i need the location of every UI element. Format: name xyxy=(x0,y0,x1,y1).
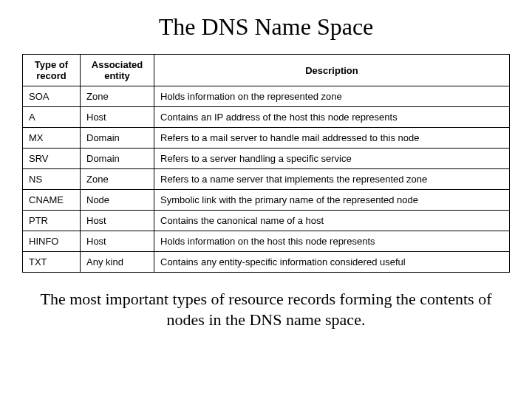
col-header-type: Type of record xyxy=(23,55,81,86)
table-header-row: Type of record Associated entity Descrip… xyxy=(23,55,510,86)
cell-entity: Any kind xyxy=(81,252,154,273)
cell-entity: Host xyxy=(81,231,154,252)
cell-entity: Domain xyxy=(81,128,154,149)
cell-type: TXT xyxy=(23,252,81,273)
cell-type: MX xyxy=(23,128,81,149)
cell-desc: Holds information on the host this node … xyxy=(154,231,510,252)
cell-type: NS xyxy=(23,169,81,190)
cell-desc: Holds information on the represented zon… xyxy=(154,86,510,107)
cell-desc: Refers to a mail server to handle mail a… xyxy=(154,128,510,149)
cell-entity: Host xyxy=(81,107,154,128)
cell-type: HINFO xyxy=(23,231,81,252)
table-row: NS Zone Refers to a name server that imp… xyxy=(23,169,510,190)
cell-entity: Host xyxy=(81,211,154,231)
cell-entity: Zone xyxy=(81,169,154,190)
dns-record-table: Type of record Associated entity Descrip… xyxy=(22,54,510,273)
caption-text: The most important types of resource rec… xyxy=(22,289,510,330)
cell-desc: Contains an IP address of the host this … xyxy=(154,107,510,128)
cell-entity: Node xyxy=(81,190,154,211)
col-header-desc: Description xyxy=(154,55,510,86)
table-row: PTR Host Contains the canonical name of … xyxy=(23,211,510,231)
cell-entity: Zone xyxy=(81,86,154,107)
cell-type: A xyxy=(23,107,81,128)
cell-desc: Refers to a server handling a specific s… xyxy=(154,149,510,169)
table-row: SOA Zone Holds information on the repres… xyxy=(23,86,510,107)
col-header-entity: Associated entity xyxy=(81,55,154,86)
table-row: A Host Contains an IP address of the hos… xyxy=(23,107,510,128)
cell-type: PTR xyxy=(23,211,81,231)
page-title: The DNS Name Space xyxy=(22,13,510,41)
slide: The DNS Name Space Type of record Associ… xyxy=(0,0,532,399)
table-row: HINFO Host Holds information on the host… xyxy=(23,231,510,252)
cell-desc: Symbolic link with the primary name of t… xyxy=(154,190,510,211)
cell-desc: Refers to a name server that implements … xyxy=(154,169,510,190)
table-row: MX Domain Refers to a mail server to han… xyxy=(23,128,510,149)
cell-type: SOA xyxy=(23,86,81,107)
table-row: SRV Domain Refers to a server handling a… xyxy=(23,149,510,169)
cell-type: CNAME xyxy=(23,190,81,211)
cell-type: SRV xyxy=(23,149,81,169)
cell-desc: Contains any entity-specific information… xyxy=(154,252,510,273)
table-row: TXT Any kind Contains any entity-specifi… xyxy=(23,252,510,273)
cell-desc: Contains the canonical name of a host xyxy=(154,211,510,231)
cell-entity: Domain xyxy=(81,149,154,169)
table-row: CNAME Node Symbolic link with the primar… xyxy=(23,190,510,211)
